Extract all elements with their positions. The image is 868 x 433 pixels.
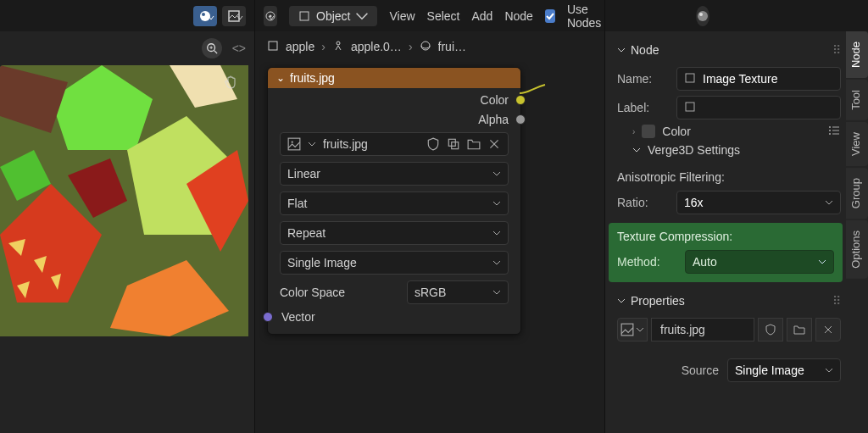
source-select[interactable]: Single Image bbox=[727, 358, 841, 382]
svg-point-1 bbox=[202, 13, 205, 16]
close-icon bbox=[822, 324, 834, 336]
open-file-button[interactable] bbox=[787, 318, 812, 341]
mode-label: Object bbox=[316, 9, 350, 23]
unlink-button[interactable] bbox=[815, 318, 841, 341]
tab-node[interactable]: Node bbox=[846, 31, 868, 78]
image-texture-node[interactable]: ⌄ fruits.jpg Color Alpha frui bbox=[267, 67, 521, 335]
breadcrumb: apple › apple.0… › frui… bbox=[255, 31, 604, 62]
color-toggle-row[interactable]: › Color bbox=[617, 125, 841, 138]
texture-compression-panel: Texture Compression: Method: Auto bbox=[609, 223, 843, 282]
vector-socket-icon[interactable] bbox=[263, 312, 273, 322]
image-editor-panel: <> bbox=[0, 0, 254, 433]
breadcrumb-object[interactable]: apple bbox=[286, 40, 314, 53]
select-value: Single Image bbox=[287, 256, 357, 269]
menu-view[interactable]: View bbox=[389, 9, 415, 23]
close-icon[interactable] bbox=[487, 137, 501, 151]
image-datablock-row: fruits.jpg bbox=[617, 318, 841, 341]
tab-view[interactable]: View bbox=[846, 122, 868, 166]
properties-panel: Node ⠿ Name: Image Texture Label: › bbox=[605, 0, 868, 433]
label-label: Label: bbox=[617, 101, 668, 114]
node-graph-area[interactable]: ⌄ fruits.jpg Color Alpha frui bbox=[255, 62, 604, 433]
node-section-header[interactable]: Node ⠿ bbox=[617, 38, 841, 62]
mode-selector[interactable]: Object bbox=[289, 6, 377, 26]
label-input[interactable] bbox=[676, 96, 841, 119]
input-vector-socket[interactable]: Vector bbox=[280, 310, 509, 324]
svg-rect-26 bbox=[269, 42, 277, 50]
method-value: Auto bbox=[693, 255, 717, 269]
svg-point-39 bbox=[829, 130, 831, 131]
select-value: sRGB bbox=[415, 286, 446, 299]
output-label: Color bbox=[481, 93, 509, 107]
color-socket-icon[interactable] bbox=[515, 95, 526, 105]
drag-handle-icon[interactable]: ⠿ bbox=[832, 294, 841, 308]
left-toolbar bbox=[0, 0, 254, 31]
chevron-down-icon bbox=[308, 140, 316, 148]
menu-select[interactable]: Select bbox=[427, 9, 460, 23]
colorspace-select[interactable]: sRGB bbox=[407, 280, 509, 304]
list-icon[interactable] bbox=[827, 124, 841, 140]
folder-icon bbox=[793, 324, 805, 336]
svg-point-25 bbox=[699, 13, 703, 16]
properties-section-header[interactable]: Properties ⠿ bbox=[617, 289, 841, 313]
source-select[interactable]: Single Image bbox=[280, 251, 509, 275]
menu-add[interactable]: Add bbox=[471, 9, 492, 23]
output-color-socket[interactable]: Color bbox=[280, 93, 509, 107]
image-canvas[interactable] bbox=[0, 65, 248, 336]
verge3d-section-header[interactable]: Verge3D Settings bbox=[617, 143, 841, 157]
select-value: Linear bbox=[287, 167, 320, 180]
image-browse-button[interactable] bbox=[617, 318, 648, 341]
interpolation-select[interactable]: Linear bbox=[280, 162, 509, 186]
use-nodes-checkbox[interactable] bbox=[545, 9, 555, 23]
image-datablock-field[interactable]: fruits.jpg bbox=[280, 132, 509, 156]
shading-mode-button[interactable] bbox=[193, 6, 217, 26]
display-mode-button[interactable] bbox=[222, 6, 246, 26]
alpha-socket-icon[interactable] bbox=[515, 114, 526, 125]
duplicate-icon[interactable] bbox=[447, 137, 460, 151]
fake-user-button[interactable] bbox=[758, 318, 783, 341]
node-header[interactable]: ⌄ fruits.jpg bbox=[268, 68, 520, 88]
output-label: Alpha bbox=[478, 113, 509, 126]
breadcrumb-node[interactable]: frui… bbox=[438, 40, 466, 53]
output-alpha-socket[interactable]: Alpha bbox=[280, 113, 509, 126]
image-icon bbox=[620, 323, 634, 336]
name-value: Image Texture bbox=[703, 72, 777, 86]
zoom-button[interactable] bbox=[202, 38, 222, 58]
menu-node[interactable]: Node bbox=[504, 9, 532, 23]
shield-icon bbox=[765, 324, 776, 336]
tab-tool[interactable]: Tool bbox=[846, 80, 868, 120]
node-title: fruits.jpg bbox=[290, 71, 335, 85]
chevron-down-icon bbox=[617, 297, 626, 305]
object-mode-icon bbox=[298, 9, 311, 23]
method-label: Method: bbox=[617, 255, 676, 269]
material-icon bbox=[332, 40, 344, 54]
tab-group[interactable]: Group bbox=[846, 168, 868, 219]
name-input[interactable]: Image Texture bbox=[676, 67, 841, 91]
material-sphere-icon bbox=[696, 9, 709, 23]
swap-arrows-icon: <> bbox=[232, 42, 246, 55]
collapse-caret-icon: ⌄ bbox=[276, 72, 285, 84]
source-value: Single Image bbox=[735, 364, 804, 377]
colorspace-row: Color Space sRGB bbox=[280, 280, 509, 304]
pivot-button[interactable] bbox=[264, 6, 277, 26]
ratio-select[interactable]: 16x bbox=[676, 191, 841, 214]
pan-hand-icon bbox=[223, 74, 240, 91]
node-type-icon bbox=[684, 101, 696, 115]
folder-open-icon[interactable] bbox=[467, 137, 481, 151]
svg-point-27 bbox=[337, 42, 340, 45]
node-type-icon bbox=[684, 72, 696, 86]
breadcrumb-material[interactable]: apple.0… bbox=[351, 40, 402, 53]
drag-handle-icon[interactable]: ⠿ bbox=[832, 43, 841, 57]
method-select[interactable]: Auto bbox=[685, 250, 834, 274]
texture-node-icon bbox=[420, 40, 431, 54]
image-name-field[interactable]: fruits.jpg bbox=[651, 318, 754, 341]
color-checkbox[interactable] bbox=[642, 125, 655, 138]
svg-rect-35 bbox=[686, 74, 694, 82]
extension-select[interactable]: Repeat bbox=[280, 221, 509, 245]
chevron-down-icon bbox=[632, 146, 641, 154]
tab-options[interactable]: Options bbox=[846, 220, 868, 279]
ratio-value: 16x bbox=[684, 196, 704, 209]
projection-select[interactable]: Flat bbox=[280, 192, 509, 215]
sidebar-tabs: Node Tool View Group Options bbox=[846, 31, 868, 279]
chevron-right-icon: › bbox=[409, 40, 413, 53]
shield-icon[interactable] bbox=[426, 137, 440, 151]
